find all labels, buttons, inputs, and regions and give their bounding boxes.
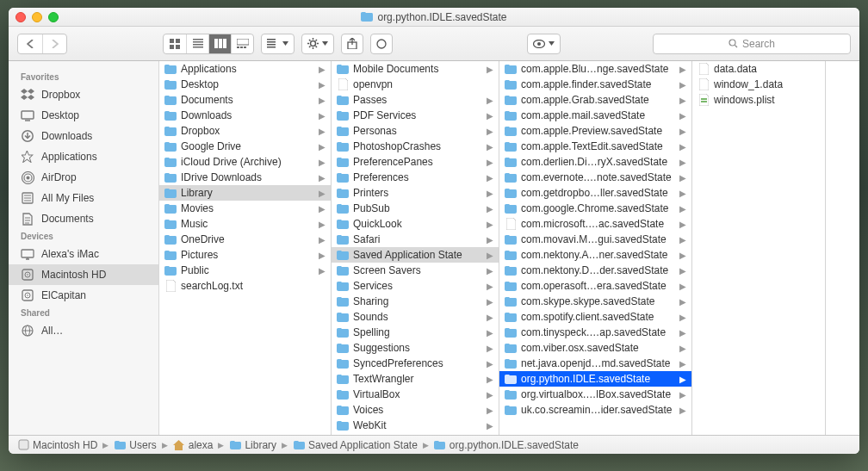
file-item[interactable]: Passes▶ [332,92,499,108]
file-item[interactable]: IDrive Downloads▶ [159,170,331,185]
file-item[interactable]: Mobile Documents▶ [332,61,499,77]
file-item[interactable]: SyncedPreferences▶ [332,356,499,371]
column-3[interactable]: com.apple.Blu…nge.savedState▶com.apple.f… [499,61,692,435]
file-item[interactable]: Downloads▶ [159,108,331,123]
zoom-button[interactable] [48,12,59,22]
file-item[interactable]: iCloud Drive (Archive)▶ [159,154,331,170]
file-item[interactable]: Services▶ [332,278,499,294]
file-item[interactable]: Suggestions▶ [332,340,499,356]
forward-button[interactable] [42,34,66,53]
path-item[interactable]: Users [114,439,156,451]
file-item[interactable]: Spelling▶ [332,325,499,340]
sidebar-item-alexa-s-imac[interactable]: Alexa's iMac [9,244,158,264]
file-item[interactable]: com.apple.Grab.savedState▶ [499,92,691,108]
path-item[interactable]: Macintosh HD [17,439,97,451]
file-item[interactable]: com.nektony.D…der.savedState▶ [499,263,691,278]
column-4[interactable]: data.datawindow_1.datawindows.plist [692,61,826,435]
file-item[interactable]: com.skype.skype.savedState▶ [499,294,691,309]
file-item[interactable]: uk.co.screamin…ider.savedState▶ [499,402,691,418]
sidebar-item-downloads[interactable]: Downloads [9,126,158,146]
file-item[interactable]: Desktop▶ [159,77,331,92]
file-item[interactable]: Saved Application State▶ [332,247,499,263]
file-item[interactable]: searchLog.txt [159,278,331,294]
minimize-button[interactable] [32,12,42,22]
file-item[interactable]: Google Drive▶ [159,139,331,154]
file-item[interactable]: Public▶ [159,263,331,278]
sidebar-item-macintosh-hd[interactable]: Macintosh HD [9,264,158,285]
path-item[interactable]: Saved Application State [293,439,418,451]
quicklook-button[interactable] [527,34,561,54]
file-item[interactable]: PDF Services▶ [332,108,499,123]
file-item[interactable]: com.spotify.client.savedState▶ [499,309,691,325]
sidebar-item-all-[interactable]: All… [9,320,158,341]
file-item[interactable]: com.tinyspeck.…ap.savedState▶ [499,325,691,340]
file-item[interactable]: com.nektony.A…ner.savedState▶ [499,247,691,263]
file-item[interactable]: Personas▶ [332,123,499,139]
list-view-button[interactable] [186,34,208,53]
search-field[interactable]: Search [653,34,851,54]
icon-view-button[interactable] [164,34,186,53]
file-item[interactable]: Printers▶ [332,185,499,201]
close-button[interactable] [16,12,26,22]
gallery-view-button[interactable] [231,34,253,53]
file-item[interactable]: openvpn [332,77,499,92]
file-item[interactable]: Sounds▶ [332,309,499,325]
sidebar-item-applications[interactable]: Applications [9,146,158,167]
file-item[interactable]: com.apple.Blu…nge.savedState▶ [499,61,691,77]
file-item[interactable]: OneDrive▶ [159,232,331,247]
file-item[interactable]: com.apple.Preview.savedState▶ [499,123,691,139]
column-1[interactable]: Applications▶Desktop▶Documents▶Downloads… [159,61,332,435]
sidebar-item-elcapitan[interactable]: ElCapitan [9,285,158,306]
file-item[interactable]: Documents▶ [159,92,331,108]
file-item[interactable]: Preferences▶ [332,170,499,185]
file-item[interactable]: Applications▶ [159,61,331,77]
file-item[interactable]: window_1.data [692,77,825,92]
file-item[interactable]: Movies▶ [159,201,331,216]
file-item[interactable]: PreferencePanes▶ [332,154,499,170]
sidebar-item-airdrop[interactable]: AirDrop [9,167,158,188]
path-item[interactable]: org.python.IDLE.savedState [434,439,579,451]
file-item[interactable]: com.viber.osx.savedState▶ [499,340,691,356]
path-item[interactable]: alexa [173,439,214,451]
file-item[interactable]: Dropbox▶ [159,123,331,139]
sidebar-item-all-my-files[interactable]: All My Files [9,188,158,208]
sidebar-item-dropbox[interactable]: Dropbox [9,84,158,105]
file-item[interactable]: Voices▶ [332,402,499,418]
file-item[interactable]: Library▶ [159,185,331,201]
column-view-button[interactable] [208,34,231,53]
file-item[interactable]: com.apple.TextEdit.savedState▶ [499,139,691,154]
file-item[interactable]: com.microsoft.…ac.savedState▶ [499,216,691,232]
file-item[interactable]: Music▶ [159,216,331,232]
file-item[interactable]: Sharing▶ [332,294,499,309]
file-item[interactable]: TextWrangler▶ [332,371,499,387]
file-item[interactable]: Pictures▶ [159,247,331,263]
arrange-button[interactable] [261,34,294,54]
file-item[interactable]: com.google.Chrome.savedState▶ [499,201,691,216]
column-2[interactable]: Mobile Documents▶openvpnPasses▶PDF Servi… [332,61,499,435]
share-button[interactable] [341,34,363,54]
back-button[interactable] [18,34,42,53]
file-item[interactable]: WebKit▶ [332,418,499,433]
file-item[interactable]: VirtualBox▶ [332,387,499,402]
action-button[interactable] [301,34,334,54]
file-item[interactable]: com.derlien.Di…ryX.savedState▶ [499,154,691,170]
file-item[interactable]: QuickLook▶ [332,216,499,232]
file-item[interactable]: Screen Savers▶ [332,263,499,278]
sidebar-item-desktop[interactable]: Desktop [9,105,158,126]
file-item[interactable]: windows.plist [692,92,825,108]
file-item[interactable]: com.apple.mail.savedState▶ [499,108,691,123]
file-item[interactable]: com.apple.finder.savedState▶ [499,77,691,92]
file-item[interactable]: com.operasoft…era.savedState▶ [499,278,691,294]
path-item[interactable]: Library [229,439,276,451]
file-item[interactable]: org.virtualbox.…lBox.savedState▶ [499,387,691,402]
file-item[interactable]: com.movavi.M…gui.savedState▶ [499,232,691,247]
file-item[interactable]: com.evernote.…note.savedState▶ [499,170,691,185]
tags-button[interactable] [370,34,393,54]
file-item[interactable]: data.data [692,61,825,77]
file-item[interactable]: Safari▶ [332,232,499,247]
file-item[interactable]: PubSub▶ [332,201,499,216]
file-item[interactable]: com.getdropbo…ller.savedState▶ [499,185,691,201]
file-item[interactable]: org.python.IDLE.savedState▶ [499,371,691,387]
titlebar[interactable]: org.python.IDLE.savedState [9,8,859,27]
sidebar-item-documents[interactable]: Documents [9,208,158,229]
